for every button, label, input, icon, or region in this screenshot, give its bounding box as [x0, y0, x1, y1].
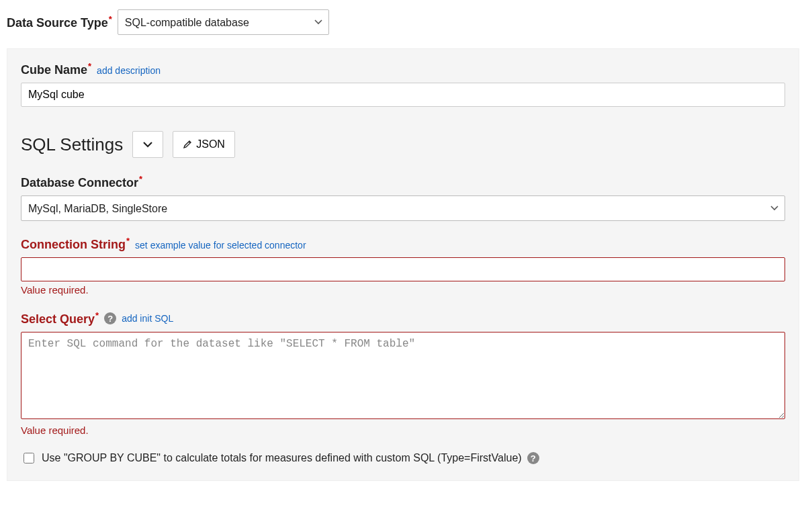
json-button-label: JSON: [196, 138, 225, 150]
data-source-type-select[interactable]: SQL-compatible database: [118, 9, 329, 35]
select-query-error: Value required.: [21, 425, 785, 436]
connection-string-input[interactable]: [21, 257, 785, 281]
connection-string-label: Connection String*: [21, 236, 130, 252]
chevron-down-icon: [142, 141, 153, 148]
db-connector-select[interactable]: MySql, MariaDB, SingleStore: [21, 195, 785, 221]
cube-name-label: Cube Name*: [21, 61, 91, 77]
group-by-cube-label: Use "GROUP BY CUBE" to calculate totals …: [42, 452, 522, 464]
add-description-link[interactable]: add description: [97, 65, 161, 76]
json-button[interactable]: JSON: [173, 131, 235, 158]
pencil-icon: [183, 140, 192, 149]
add-init-sql-link[interactable]: add init SQL: [122, 313, 173, 324]
group-by-cube-checkbox[interactable]: [24, 453, 34, 463]
help-icon[interactable]: ?: [527, 452, 539, 464]
set-example-link[interactable]: set example value for selected connector: [135, 240, 306, 251]
required-asterisk: *: [109, 14, 112, 24]
data-source-type-label: Data Source Type*: [7, 14, 112, 30]
cube-name-input[interactable]: [21, 83, 785, 107]
toggle-settings-button[interactable]: [132, 131, 163, 158]
db-connector-label: Database Connector*: [21, 174, 142, 190]
connection-string-error: Value required.: [21, 284, 785, 296]
select-query-label: Select Query*: [21, 310, 99, 326]
settings-panel: Cube Name* add description SQL Settings …: [7, 48, 799, 481]
help-icon[interactable]: ?: [104, 312, 116, 324]
sql-settings-heading: SQL Settings: [21, 134, 123, 155]
select-query-textarea[interactable]: [21, 332, 785, 419]
